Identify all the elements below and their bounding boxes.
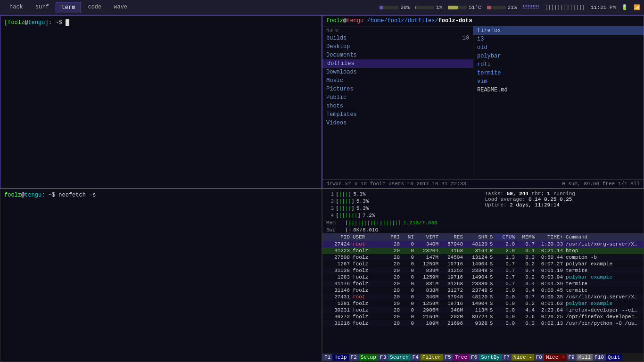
htop-fkey-kill[interactable]: F9Kill: [567, 354, 593, 361]
mem-status: 1%: [415, 5, 442, 10]
neofetch-pane: foolz@tengu: ~$ neofetch -s -` .o+` `ooo…: [0, 189, 322, 362]
clock: 11:21 PM: [591, 5, 616, 10]
htop-cpu-3: 3 [|||| ] 5.3%: [326, 205, 481, 211]
htop-table-header: PID USER PRI NI VIRT RES SHR S CPU% MEM%…: [322, 233, 644, 241]
fm-col-header: Name: [322, 26, 473, 34]
fm-file-termite[interactable]: termite: [473, 69, 644, 77]
htop-pane: 1 [||| ] 5.3% 2 [|||| ] 5.3: [322, 189, 644, 362]
htop-fkey-sortby[interactable]: F6SortBy: [469, 354, 502, 361]
tab-term[interactable]: term: [56, 2, 82, 13]
htop-fkey-help[interactable]: F1Help: [322, 354, 349, 361]
fm-file-vim[interactable]: vim: [473, 77, 644, 86]
htop-row-31176: 31176 foolz 20 0 831M 31268 23380 S 0.7 …: [322, 280, 644, 287]
terminal-top-left[interactable]: [foolz@tengu]: ~$: [0, 15, 322, 189]
htop-cpu-meters: 1 [||| ] 5.3% 2 [|||| ] 5.3: [326, 191, 481, 233]
fm-host: tengu: [347, 17, 363, 24]
htop-fkey-quit[interactable]: F10Quit: [593, 354, 622, 361]
network-icon: ⠿⠿⠿⠿⠿: [522, 4, 539, 10]
tab-wave[interactable]: wave: [108, 2, 133, 13]
fm-dir-videos[interactable]: Videos: [322, 119, 473, 127]
htop-fkey-tree[interactable]: F5Tree: [443, 354, 469, 361]
prompt-host: tengu: [28, 19, 45, 26]
fm-file-i3[interactable]: i3: [473, 35, 644, 43]
htop-row-30231: 30231 foolz 20 0 2906M 348M 113M S 0.0 4…: [322, 307, 644, 313]
fm-file-readme[interactable]: README.md: [473, 86, 644, 94]
htop-footer: F1Help F2Setup F3Search F4Filter F5Tree …: [322, 353, 644, 362]
tab-list: hack surf term code wave: [4, 2, 133, 13]
fm-dir-desktop[interactable]: Desktop: [322, 42, 473, 51]
htop-fkey-filter[interactable]: F4Filter: [411, 354, 443, 361]
fm-dir-templates[interactable]: Templates: [322, 110, 473, 119]
fm-file-old[interactable]: old: [473, 43, 644, 52]
fm-dir-music[interactable]: Music: [322, 76, 473, 85]
prompt-user: [foolz: [4, 19, 25, 26]
fm-file-firefox[interactable]: firefox: [473, 26, 644, 35]
tab-surf[interactable]: surf: [30, 2, 55, 13]
htop-fkey-setup[interactable]: F2Setup: [349, 354, 378, 361]
fm-path: /home/foolz/dotfiles/: [367, 17, 438, 24]
topbar: hack surf term code wave 20% 1% 51°C 21%…: [0, 0, 644, 15]
htop-header: 1 [||| ] 5.3% 2 [|||| ] 5.3: [322, 189, 644, 233]
fm-user: foolz: [326, 17, 343, 24]
htop-row-27424: 27424 root 20 0 340M 57948 48120 S 2.0 0…: [322, 241, 644, 247]
wifi-icon: 📶: [634, 4, 640, 10]
terminal-content: [foolz@tengu]: ~$: [0, 16, 322, 188]
htop-mem-meter: Mem [|||||||||||||||| ] 1.21G/7.65G: [326, 219, 481, 226]
fm-file-rofi[interactable]: rofi: [473, 60, 644, 69]
tab-hack[interactable]: hack: [4, 2, 29, 13]
fm-dir-dotfiles[interactable]: dotfiles: [322, 59, 473, 68]
tab-code[interactable]: code: [82, 2, 107, 13]
terminal-cursor: [66, 19, 69, 26]
htop-row-1283: 1283 foolz 20 0 1259M 19716 14904 S 0.7 …: [322, 274, 644, 280]
fm-dir-pictures[interactable]: Pictures: [322, 85, 473, 93]
htop-stats: Tasks: 59, 244 thr; 1 running Load avera…: [481, 191, 640, 233]
battery-icon: 🔋: [621, 4, 628, 10]
htop-cpu-4: 4 [|||||| ] 7.2%: [326, 212, 481, 218]
htop-row-27431: 27431 root 20 0 340M 57948 48120 S 0.0 0…: [322, 294, 644, 300]
battery-status: 21%: [487, 5, 517, 10]
fm-file-polybar[interactable]: polybar: [473, 52, 644, 60]
fm-dir-shots[interactable]: shots: [322, 102, 473, 110]
fm-right-panel[interactable]: firefox i3 old polybar rofi termite vim …: [473, 26, 644, 179]
file-manager-pane[interactable]: foolz@tengu /home/foolz/dotfiles/foolz-d…: [322, 15, 644, 189]
htop-row-31223: 31223 foolz 20 0 23204 4168 3164 R 2.0 0…: [322, 247, 644, 254]
htop-fkey-niceup[interactable]: F8Nice +: [534, 354, 567, 361]
htop-process-table: PID USER PRI NI VIRT RES SHR S CPU% MEM%…: [322, 233, 644, 353]
htop-row-30272: 30272 foolz 20 0 2169M 202M 89724 S 0.0 …: [322, 313, 644, 320]
htop-row-1281: 1281 foolz 20 0 1259M 19716 14904 S 0.0 …: [322, 300, 644, 307]
htop-cpu-1: 1 [||| ] 5.3%: [326, 191, 481, 197]
fm-footer-left: drwxr-xr-x 10 foolz users 10 2017-10-31 …: [326, 181, 466, 187]
fm-left-panel[interactable]: Name builds10 Desktop Documents dotfiles…: [322, 26, 473, 179]
htop-cpu-2: 2 [|||| ] 5.3%: [326, 198, 481, 204]
htop-row-27508: 27508 foolz 20 0 147M 24504 13124 S 1.3 …: [322, 254, 644, 261]
fm-dir-public[interactable]: Public: [322, 93, 473, 102]
htop-fkey-nicedown[interactable]: F7Nice -: [502, 354, 534, 361]
temp-status: 51°C: [448, 5, 481, 10]
htop-fkey-search[interactable]: F3Search: [378, 354, 411, 361]
fm-footer-right: 0 sum, 89.6G free 1/1 All: [562, 181, 640, 187]
fm-body: Name builds10 Desktop Documents dotfiles…: [322, 26, 644, 179]
htop-row-31038: 31038 foolz 20 0 839M 31252 23348 S 0.7 …: [322, 267, 644, 274]
fm-current-dir: foolz-dots: [438, 17, 472, 24]
htop-swp-meter: Swp [ ] 0K/8.01G: [326, 226, 481, 233]
volume-icon: |||||||||||||: [545, 5, 585, 10]
main-grid: [foolz@tengu]: ~$ foolz@tengu /home/fool…: [0, 15, 644, 362]
htop-row-31216: 31216 foolz 20 0 109M 21696 9328 S 0.0 0…: [322, 320, 644, 327]
status-bar: 20% 1% 51°C 21% ⠿⠿⠿⠿⠿ ||||||||||||| 11:2…: [380, 4, 640, 10]
fm-dir-documents[interactable]: Documents: [322, 51, 473, 59]
fm-footer: drwxr-xr-x 10 foolz users 10 2017-10-31 …: [322, 179, 644, 188]
htop-row-1267: 1267 foolz 20 0 1259M 19716 14904 S 0.7 …: [322, 261, 644, 267]
fm-dir-builds[interactable]: builds10: [322, 34, 473, 42]
fm-header: foolz@tengu /home/foolz/dotfiles/foolz-d…: [322, 16, 644, 26]
htop-row-31146: 31146 foolz 20 0 838M 31272 23748 S 0.0 …: [322, 287, 644, 294]
neofetch-prompt: foolz@tengu: ~$ neofetch -s: [0, 189, 322, 362]
fm-dir-downloads[interactable]: Downloads: [322, 68, 473, 76]
cpu-status: 20%: [380, 5, 410, 10]
